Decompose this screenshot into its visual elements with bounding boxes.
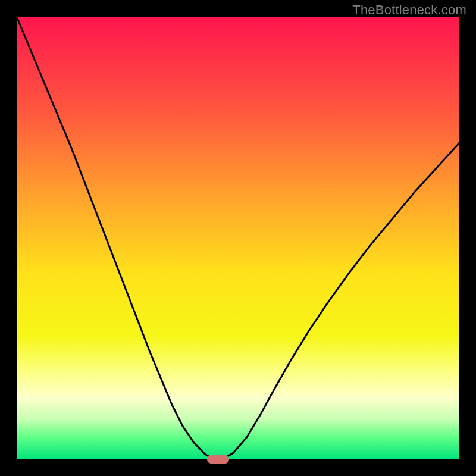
optimal-marker (207, 455, 229, 464)
bottleneck-curve (17, 17, 459, 459)
watermark-text: TheBottleneck.com (352, 2, 466, 18)
chart-frame: TheBottleneck.com (0, 0, 476, 476)
plot-area (17, 17, 459, 459)
